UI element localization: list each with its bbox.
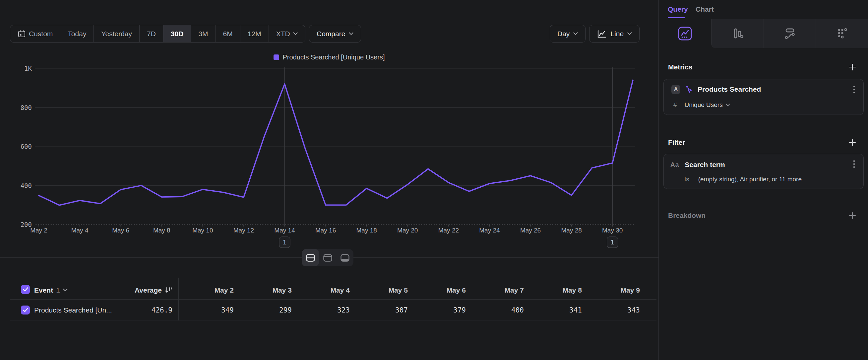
add-breakdown-button[interactable] bbox=[848, 211, 857, 220]
filter-value[interactable]: (empty string), Air purifier, or 11 more bbox=[698, 176, 802, 183]
add-filter-button[interactable] bbox=[848, 138, 857, 147]
layout-table-button[interactable] bbox=[336, 249, 353, 266]
row-checkbox[interactable] bbox=[21, 306, 30, 314]
event-cursor-icon bbox=[685, 85, 693, 94]
aggregation-selector[interactable]: Unique Users bbox=[685, 101, 730, 109]
kebab-icon bbox=[851, 159, 858, 169]
filter-card[interactable]: Aa Search term Is (empty string), Air pu… bbox=[663, 154, 864, 189]
tab-retention[interactable] bbox=[816, 19, 868, 48]
range-today[interactable]: Today bbox=[60, 25, 94, 42]
filter-heading: Filter bbox=[668, 138, 685, 146]
layout-chart-button[interactable] bbox=[319, 249, 336, 266]
select-all-checkbox[interactable] bbox=[21, 285, 30, 294]
column-header[interactable]: May 5 bbox=[355, 281, 408, 300]
column-header[interactable]: May 7 bbox=[471, 281, 524, 300]
metric-card[interactable]: A Products Searched # Unique Users bbox=[663, 79, 864, 115]
checkmark-icon bbox=[23, 308, 28, 312]
range-6m[interactable]: 6M bbox=[216, 25, 240, 42]
range-30d[interactable]: 30D bbox=[163, 25, 191, 42]
plus-icon bbox=[848, 138, 857, 147]
row-average: 426.9 bbox=[106, 300, 173, 321]
legend-label: Products Searched [Unique Users] bbox=[283, 53, 385, 61]
chart-type-button[interactable]: Line bbox=[589, 25, 640, 43]
chevron-down-icon bbox=[726, 104, 730, 106]
x-axis-label: May 6 bbox=[112, 227, 129, 234]
x-axis-label: May 10 bbox=[192, 227, 213, 234]
event-header-label: Event bbox=[34, 286, 53, 294]
range-7d[interactable]: 7D bbox=[140, 25, 163, 42]
table-view-icon bbox=[341, 254, 349, 262]
column-header[interactable]: May 6 bbox=[413, 281, 466, 300]
cell-value: 400 bbox=[471, 300, 524, 321]
cell-value: 341 bbox=[529, 300, 582, 321]
chevron-down-icon bbox=[573, 32, 578, 35]
column-divider bbox=[178, 278, 179, 321]
layout-split-button[interactable] bbox=[302, 249, 319, 266]
column-header[interactable]: May 3 bbox=[239, 281, 292, 300]
date-range-picker: CustomTodayYesterday7D30D3M6M12MXTD bbox=[10, 25, 305, 43]
compare-button[interactable]: Compare bbox=[309, 25, 361, 43]
range-xtd[interactable]: XTD bbox=[269, 25, 305, 42]
plus-icon bbox=[848, 211, 857, 220]
filter-operator[interactable]: Is bbox=[684, 176, 689, 183]
flows-icon bbox=[782, 26, 797, 41]
tab-flows[interactable] bbox=[764, 19, 816, 48]
range-custom[interactable]: Custom bbox=[10, 25, 60, 42]
tab-bars[interactable] bbox=[711, 19, 764, 48]
string-property-icon: Aa bbox=[671, 161, 679, 168]
chart-controls: Day Line bbox=[550, 25, 640, 43]
query-builder-panel: Query Chart bbox=[658, 0, 868, 360]
granularity-button[interactable]: Day bbox=[550, 25, 586, 43]
filter-menu-button[interactable] bbox=[851, 159, 858, 169]
column-header[interactable]: May 2 bbox=[181, 281, 234, 300]
average-column-header[interactable]: Average bbox=[106, 281, 173, 300]
x-axis-label: May 2 bbox=[30, 227, 48, 234]
row-name[interactable]: Products Searched [Un... bbox=[34, 300, 112, 321]
x-axis-label: May 18 bbox=[356, 227, 377, 234]
column-header[interactable]: May 4 bbox=[297, 281, 350, 300]
range-yesterday[interactable]: Yesterday bbox=[94, 25, 140, 42]
chart-type-tabs bbox=[659, 19, 868, 48]
range-3m[interactable]: 3M bbox=[191, 25, 216, 42]
chevron-down-icon bbox=[293, 32, 298, 35]
y-axis-label: 600 bbox=[21, 143, 32, 150]
series-line[interactable] bbox=[39, 80, 633, 205]
insights-line-chart[interactable]: 1K800600400200May 2May 4May 6May 8May 10… bbox=[10, 64, 648, 250]
x-axis-label: May 24 bbox=[479, 227, 500, 234]
metric-letter-badge: A bbox=[672, 85, 680, 94]
plus-icon bbox=[848, 62, 857, 72]
chart-type-label: Line bbox=[610, 30, 624, 38]
insights-report: CustomTodayYesterday7D30D3M6M12MXTD Comp… bbox=[0, 0, 868, 360]
x-axis-label: May 26 bbox=[520, 227, 541, 234]
chart-legend[interactable]: Products Searched [Unique Users] bbox=[10, 53, 648, 61]
insights-icon bbox=[677, 26, 692, 41]
breakdown-heading: Breakdown bbox=[668, 212, 706, 220]
bar-chart-icon bbox=[730, 26, 745, 41]
retention-icon bbox=[835, 26, 850, 41]
metric-menu-button[interactable] bbox=[851, 85, 858, 94]
chevron-down-icon bbox=[349, 32, 353, 35]
legend-swatch bbox=[274, 54, 279, 60]
tab-chart[interactable]: Chart bbox=[695, 5, 714, 13]
column-header[interactable]: May 8 bbox=[529, 281, 582, 300]
split-view-icon bbox=[306, 254, 315, 262]
y-axis-label: 800 bbox=[21, 104, 32, 111]
range-12m[interactable]: 12M bbox=[240, 25, 269, 42]
cell-value: 299 bbox=[239, 300, 292, 321]
chart-view-icon bbox=[323, 254, 332, 262]
aggregation-symbol: # bbox=[673, 101, 677, 109]
x-axis-label: May 30 bbox=[602, 227, 623, 234]
metrics-heading: Metrics bbox=[668, 63, 692, 71]
line-chart-icon bbox=[597, 30, 607, 38]
column-header[interactable]: May 9 bbox=[587, 281, 640, 300]
chevron-down-icon bbox=[627, 32, 632, 35]
event-column-header[interactable]: Event 1 bbox=[34, 281, 68, 300]
x-axis-label: May 22 bbox=[438, 227, 459, 234]
tab-insights[interactable] bbox=[659, 19, 711, 48]
add-metric-button[interactable] bbox=[848, 62, 857, 72]
tab-query[interactable]: Query bbox=[668, 5, 688, 13]
sort-descending-icon bbox=[165, 286, 173, 294]
filter-property-name[interactable]: Search term bbox=[685, 161, 725, 169]
metric-name[interactable]: Products Searched bbox=[698, 85, 761, 93]
x-axis-label: May 16 bbox=[315, 227, 336, 234]
